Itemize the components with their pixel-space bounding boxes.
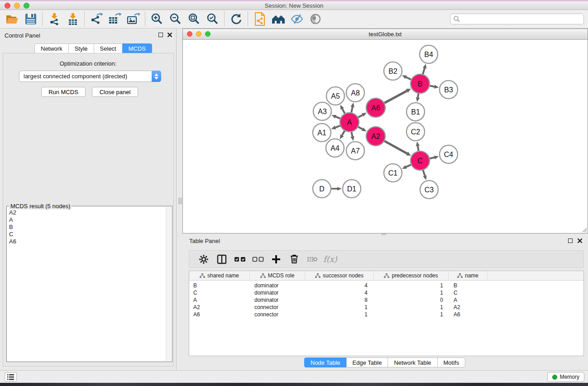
table-cell: dominator bbox=[250, 290, 305, 296]
run-mcds-button[interactable]: Run MCDS bbox=[41, 87, 86, 97]
graph-edge-A6-B[interactable] bbox=[384, 91, 407, 103]
tab-select[interactable]: Select bbox=[94, 43, 123, 53]
column-header-name[interactable]: name bbox=[449, 271, 488, 280]
column-header-shared-name[interactable]: shared name bbox=[189, 271, 250, 280]
zoom-selected-icon[interactable] bbox=[203, 11, 222, 27]
graph-edge-A2-C[interactable] bbox=[384, 141, 407, 153]
import-network-icon[interactable] bbox=[45, 11, 63, 27]
table-row[interactable]: Adominator80A bbox=[189, 296, 583, 304]
graph-edge-C-C2[interactable] bbox=[418, 146, 419, 151]
tab-edge-table[interactable]: Edge Table bbox=[346, 357, 388, 367]
optimization-criterion-label: Optimization criterion: bbox=[0, 60, 176, 67]
delete-column-icon[interactable] bbox=[285, 252, 303, 267]
export-table-icon[interactable] bbox=[105, 11, 124, 27]
graph-edge-C-C3[interactable] bbox=[423, 170, 425, 176]
column-header-successor-nodes[interactable]: successor nodes bbox=[305, 271, 374, 280]
tab-mcds[interactable]: MCDS bbox=[122, 43, 152, 53]
close-panel-button[interactable]: Close panel bbox=[92, 87, 138, 97]
close-panel-icon[interactable] bbox=[167, 32, 172, 38]
table-cell: dominator bbox=[250, 297, 305, 303]
open-file-icon[interactable] bbox=[3, 11, 21, 27]
zoom-in-icon[interactable] bbox=[148, 11, 166, 27]
column-header-MCDS-role[interactable]: MCDS role bbox=[250, 271, 305, 280]
result-item[interactable]: C bbox=[9, 231, 166, 238]
zoom-out-icon[interactable] bbox=[166, 11, 185, 27]
task-history-button[interactable] bbox=[5, 372, 17, 381]
graph-edge-A-A5[interactable] bbox=[342, 109, 345, 113]
result-item[interactable]: A bbox=[9, 216, 166, 224]
node-label-C: C bbox=[417, 157, 423, 165]
resize-grip-icon[interactable] bbox=[581, 226, 587, 233]
network-minimize-button[interactable] bbox=[196, 31, 201, 37]
graph-edge-B-B3[interactable] bbox=[430, 86, 435, 86]
network-window-titlebar[interactable]: testGlobe.txt bbox=[183, 29, 588, 40]
criterion-dropdown[interactable]: largest connected component (directed) bbox=[19, 71, 161, 82]
show-graphics-details-icon[interactable] bbox=[306, 11, 325, 27]
export-network-icon[interactable] bbox=[87, 11, 105, 27]
network-graph[interactable]: B4B2BB3A8A5A6A3B1AC2A1A2A4A7C4CC1DD1C3 bbox=[183, 40, 588, 233]
settings-gear-icon[interactable] bbox=[195, 252, 213, 267]
main-toolbar bbox=[0, 10, 588, 29]
float-panel-icon[interactable] bbox=[158, 33, 163, 37]
graph-edge-A-A6[interactable] bbox=[358, 115, 363, 117]
graph-edge-A-A1[interactable] bbox=[335, 126, 340, 128]
tab-node-table[interactable]: Node Table bbox=[304, 357, 347, 367]
table-cell: C bbox=[189, 290, 250, 296]
network-window-title: testGlobe.txt bbox=[369, 31, 402, 38]
home-icon[interactable] bbox=[269, 11, 287, 27]
network-zoom-button[interactable] bbox=[205, 31, 210, 37]
close-table-panel-icon[interactable] bbox=[577, 238, 583, 243]
mcds-result-list[interactable]: A2ABCA6 bbox=[7, 209, 166, 361]
memory-button[interactable]: Memory bbox=[547, 372, 584, 382]
network-close-button[interactable] bbox=[187, 31, 192, 37]
table-cell: 8 bbox=[305, 297, 374, 303]
search-field[interactable] bbox=[450, 14, 584, 24]
select-all-checkboxes-icon[interactable] bbox=[231, 252, 249, 267]
graph-edge-A-A3[interactable] bbox=[336, 117, 340, 119]
minimize-window-button[interactable] bbox=[14, 3, 20, 9]
tab-motifs[interactable]: Motifs bbox=[437, 357, 466, 367]
document-network-icon[interactable] bbox=[250, 11, 269, 27]
graph-edge-B-B4[interactable] bbox=[423, 68, 425, 74]
table-row[interactable]: Cdominator41C bbox=[189, 289, 583, 296]
table-cell: A2 bbox=[189, 304, 250, 310]
float-table-panel-icon[interactable] bbox=[568, 238, 573, 243]
graph-edge-B-B2[interactable] bbox=[406, 77, 411, 80]
delete-table-icon[interactable] bbox=[303, 252, 321, 267]
tab-style[interactable]: Style bbox=[68, 43, 94, 53]
export-image-icon[interactable] bbox=[124, 11, 143, 27]
hide-graphics-details-icon[interactable] bbox=[287, 11, 306, 27]
result-item[interactable]: B bbox=[9, 224, 166, 231]
node-label-B: B bbox=[418, 80, 423, 88]
result-item[interactable]: A6 bbox=[9, 238, 166, 245]
graph-edge-A-A8[interactable] bbox=[351, 107, 352, 112]
close-window-button[interactable] bbox=[5, 3, 10, 9]
search-input[interactable] bbox=[460, 14, 583, 24]
refresh-icon[interactable] bbox=[227, 11, 245, 27]
tab-network[interactable]: Network bbox=[34, 43, 69, 53]
add-column-icon[interactable] bbox=[267, 252, 285, 267]
table-row[interactable]: A6connector11A6 bbox=[189, 311, 583, 318]
table-row[interactable]: Bdominator41B bbox=[189, 282, 583, 289]
save-session-icon[interactable] bbox=[21, 11, 40, 27]
column-layout-icon[interactable] bbox=[213, 252, 231, 267]
deselect-all-checkboxes-icon[interactable] bbox=[249, 252, 267, 267]
zoom-fit-icon[interactable] bbox=[185, 11, 203, 27]
result-scrollbar[interactable] bbox=[166, 207, 172, 361]
zoom-window-button[interactable] bbox=[24, 3, 29, 9]
tab-network-table[interactable]: Network Table bbox=[387, 357, 437, 367]
graph-edge-A-A7[interactable] bbox=[351, 132, 352, 137]
column-header-predecessor-nodes[interactable]: predecessor nodes bbox=[374, 271, 449, 280]
function-builder-icon[interactable]: f(x) bbox=[321, 254, 337, 264]
graph-edge-A-A4[interactable] bbox=[342, 131, 345, 135]
horizontal-splitter-handle[interactable] bbox=[178, 198, 182, 204]
import-table-icon[interactable] bbox=[63, 11, 82, 27]
graph-edge-C-C1[interactable] bbox=[406, 165, 411, 167]
graph-edge-A-A2[interactable] bbox=[358, 127, 362, 129]
graph-edge-B-B1[interactable] bbox=[418, 94, 418, 98]
result-item[interactable]: A2 bbox=[9, 209, 166, 216]
table-cell: 4 bbox=[305, 290, 374, 296]
node-label-A5: A5 bbox=[331, 92, 340, 100]
table-row[interactable]: A2connector11A2 bbox=[189, 304, 583, 311]
graph-edge-C-C4[interactable] bbox=[430, 157, 434, 158]
